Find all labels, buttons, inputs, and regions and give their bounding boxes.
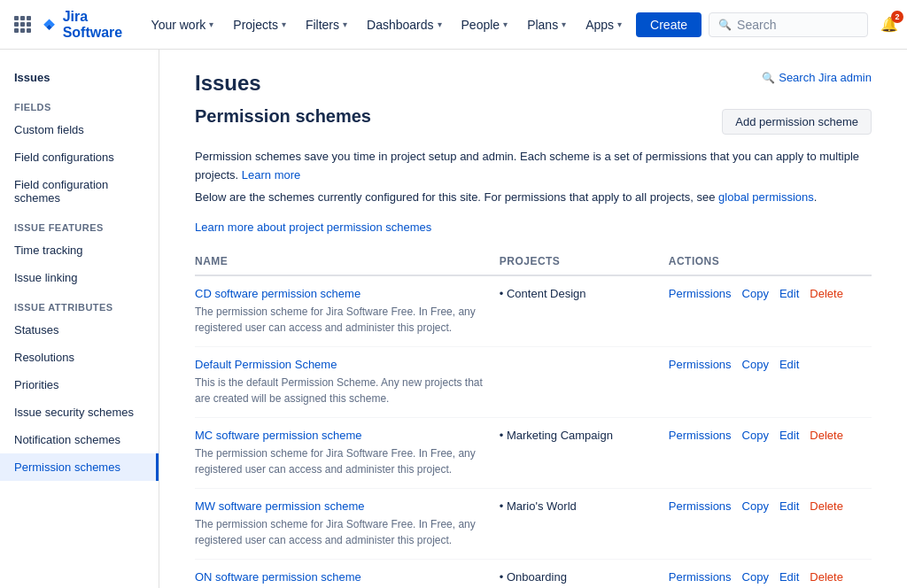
sidebar-item-field-configuration-schemes[interactable]: Field configuration schemes (0, 171, 159, 212)
nav-item-apps[interactable]: Apps ▾ (577, 12, 631, 37)
action-delete-link[interactable]: Delete (810, 570, 849, 584)
action-delete-link[interactable]: Delete (810, 287, 849, 300)
scheme-name-link[interactable]: MW software permission scheme (195, 499, 492, 513)
topnav: Jira Software Your work ▾ Projects ▾ Fil… (0, 0, 907, 50)
sidebar-item-issue-linking[interactable]: Issue linking (0, 264, 159, 291)
scheme-name-link[interactable]: MC software permission scheme (195, 429, 492, 442)
search-placeholder: Search (737, 18, 776, 32)
jira-logo-icon (42, 14, 58, 35)
action-edit-link[interactable]: Edit (779, 358, 804, 371)
table-row: ON software permission schemeThe permiss… (195, 560, 872, 588)
scheme-description: This is the default Permission Scheme. A… (195, 376, 483, 405)
scheme-name-link[interactable]: CD software permission scheme (195, 287, 492, 300)
global-permissions-link[interactable]: global permissions (718, 190, 814, 204)
scheme-description: The permission scheme for Jira Software … (195, 518, 476, 546)
chevron-down-icon: ▾ (209, 19, 213, 29)
action-delete-link[interactable]: Delete (810, 499, 849, 513)
logo-text: Jira Software (63, 9, 128, 41)
action-permissions-link[interactable]: Permissions (669, 287, 737, 300)
notifications-button[interactable]: 🔔 2 (875, 11, 903, 39)
page-title: Issues (195, 71, 261, 96)
nav-item-people[interactable]: People ▾ (453, 12, 517, 37)
search-icon: 🔍 (762, 72, 775, 84)
table-row: Default Permission SchemeThis is the def… (195, 347, 872, 418)
action-permissions-link[interactable]: Permissions (669, 499, 737, 513)
sidebar-section-features: Issue Features (0, 212, 159, 236)
project-tag: Content Design (500, 287, 662, 300)
sidebar-section-attributes: Issue Attributes (0, 291, 159, 316)
admin-search-link[interactable]: 🔍 Search Jira admin (762, 71, 872, 84)
table-row: CD software permission schemeThe permiss… (195, 275, 872, 347)
chevron-down-icon: ▾ (282, 19, 286, 29)
project-tag: Mario's World (500, 499, 662, 513)
action-edit-link[interactable]: Edit (779, 429, 804, 442)
sidebar-item-resolutions[interactable]: Resolutions (0, 344, 159, 371)
action-copy-link[interactable]: Copy (742, 287, 774, 300)
chevron-down-icon: ▾ (617, 19, 622, 29)
sidebar-item-field-configurations[interactable]: Field configurations (0, 143, 159, 171)
action-delete-link[interactable]: Delete (810, 429, 849, 442)
scheme-description: The permission scheme for Jira Software … (195, 306, 476, 334)
project-tag: Marketing Campaign (500, 429, 662, 442)
sidebar: Issues Fields Custom fields Field config… (0, 50, 159, 588)
action-copy-link[interactable]: Copy (742, 358, 774, 371)
grid-menu-icon[interactable] (14, 16, 31, 33)
nav-right: 🔍 Search 🔔 2 ? ⚙ U (709, 11, 907, 39)
sidebar-item-permission-schemes[interactable]: Permission schemes (0, 453, 159, 481)
action-permissions-link[interactable]: Permissions (669, 358, 737, 371)
chevron-down-icon: ▾ (562, 19, 566, 29)
scheme-name-link[interactable]: ON software permission scheme (195, 570, 492, 584)
add-permission-scheme-button[interactable]: Add permission scheme (722, 109, 872, 135)
nav-item-plans[interactable]: Plans ▾ (518, 12, 575, 37)
action-edit-link[interactable]: Edit (779, 570, 804, 584)
action-copy-link[interactable]: Copy (742, 499, 774, 513)
scheme-description: The permission scheme for Jira Software … (195, 447, 476, 476)
page-header: Issues 🔍 Search Jira admin (195, 71, 872, 99)
nav-item-filters[interactable]: Filters ▾ (297, 12, 356, 37)
nav-items: Your work ▾ Projects ▾ Filters ▾ Dashboa… (143, 12, 702, 37)
scheme-name-link[interactable]: Default Permission Scheme (195, 358, 492, 371)
nav-item-dashboards[interactable]: Dashboards ▾ (358, 12, 451, 37)
nav-item-your-work[interactable]: Your work ▾ (143, 12, 223, 37)
action-permissions-link[interactable]: Permissions (669, 429, 737, 442)
notification-badge: 2 (891, 11, 903, 23)
chevron-down-icon: ▾ (438, 19, 442, 29)
col-header-projects: Projects (500, 248, 669, 275)
table-row: MC software permission schemeThe permiss… (195, 418, 872, 489)
col-header-name: Name (195, 248, 500, 275)
learn-more-link[interactable]: Learn more (242, 168, 300, 182)
description-line2: Below are the schemes currently configur… (195, 189, 872, 207)
logo[interactable]: Jira Software (42, 9, 128, 41)
chevron-down-icon: ▾ (343, 19, 347, 29)
search-box[interactable]: 🔍 Search (709, 12, 868, 37)
learn-more-project-link[interactable]: Learn more about project permission sche… (195, 220, 431, 234)
chevron-down-icon: ▾ (503, 19, 508, 29)
action-copy-link[interactable]: Copy (742, 570, 774, 584)
sidebar-heading: Issues (0, 64, 159, 91)
layout: Issues Fields Custom fields Field config… (0, 50, 907, 588)
nav-item-projects[interactable]: Projects ▾ (224, 12, 295, 37)
project-tag: Onboarding (500, 570, 662, 584)
sidebar-item-time-tracking[interactable]: Time tracking (0, 236, 159, 264)
section-title: Permission schemes (195, 106, 371, 127)
table-row: MW software permission schemeThe permiss… (195, 489, 872, 560)
sidebar-item-priorities[interactable]: Priorities (0, 371, 159, 398)
sidebar-item-statuses[interactable]: Statuses (0, 316, 159, 344)
search-icon: 🔍 (718, 19, 732, 31)
sidebar-item-notification-schemes[interactable]: Notification schemes (0, 426, 159, 453)
schemes-table: Name Projects Actions CD software permis… (195, 248, 872, 588)
sidebar-item-issue-security-schemes[interactable]: Issue security schemes (0, 398, 159, 426)
action-edit-link[interactable]: Edit (779, 499, 804, 513)
main-content: Issues 🔍 Search Jira admin Permission sc… (159, 50, 907, 588)
action-edit-link[interactable]: Edit (779, 287, 804, 300)
sidebar-item-custom-fields[interactable]: Custom fields (0, 116, 159, 143)
sidebar-section-fields: Fields (0, 91, 159, 116)
col-header-actions: Actions (669, 248, 872, 275)
section-header: Permission schemes Add permission scheme (195, 106, 872, 137)
description-line1: Permission schemes save you time in proj… (195, 148, 872, 185)
action-permissions-link[interactable]: Permissions (669, 570, 737, 584)
create-button[interactable]: Create (636, 12, 702, 37)
action-copy-link[interactable]: Copy (742, 429, 774, 442)
